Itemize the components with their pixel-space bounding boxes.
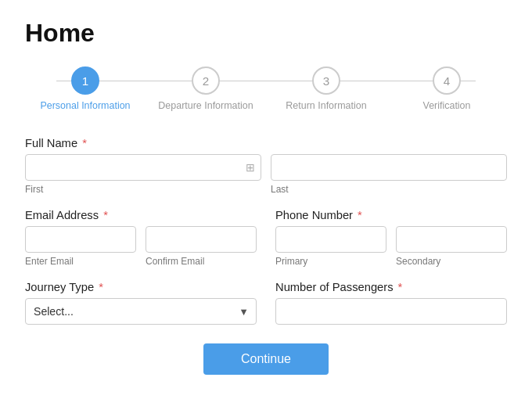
email-phone-row: Email Address * Enter Email Confirm Emai… [25,209,507,267]
step-4: 4 Verification [386,67,507,112]
step-2-circle: 2 [192,67,220,95]
step-2-label: Departure Information [158,99,253,112]
journey-required-star: * [95,281,103,293]
step-3-circle: 3 [312,67,340,95]
email-group: Email Address * Enter Email Confirm Emai… [25,209,257,267]
full-name-group: Full Name * ⊞ First Last [25,137,507,195]
secondary-phone-input[interactable] [396,226,507,253]
stepper: 1 Personal Information 2 Departure Infor… [25,67,507,112]
button-row: Continue [25,343,507,375]
step-1-circle: 1 [71,67,99,95]
journey-type-group: Journey Type * Select... One Way Round T… [25,281,257,325]
required-star: * [79,137,87,149]
passengers-group: Number of Passengers * [275,281,507,325]
phone-label: Phone Number * [275,209,507,221]
enter-email-sublabel: Enter Email [25,256,136,267]
journey-type-label: Journey Type * [25,281,257,293]
last-name-input[interactable] [271,154,507,181]
passengers-input[interactable] [275,298,507,325]
passengers-required-star: * [395,281,403,293]
step-2: 2 Departure Information [146,67,266,112]
continue-button[interactable]: Continue [203,343,329,375]
step-3: 3 Return Information [266,67,386,112]
last-name-sublabel: Last [271,184,507,195]
confirm-email-input[interactable] [146,226,257,253]
journey-type-select[interactable]: Select... One Way Round Trip Multi-City [25,298,257,325]
journey-passengers-row: Journey Type * Select... One Way Round T… [25,281,507,325]
primary-phone-input[interactable] [275,226,386,253]
journey-type-select-wrapper: Select... One Way Round Trip Multi-City … [25,298,257,325]
primary-phone-sublabel: Primary [275,256,386,267]
step-3-label: Return Information [286,99,366,112]
phone-group: Phone Number * Primary Secondary [275,209,507,267]
confirm-email-sublabel: Confirm Email [146,256,257,267]
step-4-label: Verification [423,99,471,112]
first-name-input[interactable] [25,154,261,181]
step-4-circle: 4 [433,67,461,95]
email-required-star: * [100,209,108,221]
step-1-label: Personal Information [40,99,130,112]
enter-email-input[interactable] [25,226,136,253]
page-title: Home [25,19,507,48]
step-1: 1 Personal Information [25,67,146,112]
email-label: Email Address * [25,209,257,221]
secondary-phone-sublabel: Secondary [396,256,507,267]
first-name-sublabel: First [25,184,261,195]
phone-required-star: * [354,209,362,221]
passengers-label: Number of Passengers * [275,281,507,293]
full-name-label: Full Name * [25,137,507,149]
